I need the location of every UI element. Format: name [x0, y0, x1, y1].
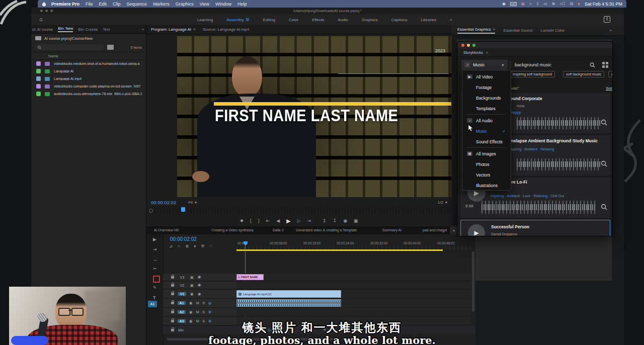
menubar-app-name[interactable]: Premiere Pro — [51, 2, 79, 7]
menu-markers[interactable]: Markers — [153, 2, 170, 7]
menu-item-all-audio[interactable]: ♪All Audio — [467, 115, 511, 126]
track-eye-icon[interactable]: ◉ — [198, 275, 201, 279]
storyblocks-search-input[interactable]: background music — [512, 60, 598, 70]
display-icon[interactable]: ⊡ — [570, 2, 573, 6]
panel-menu-icon[interactable]: ≡ — [493, 27, 496, 32]
sequence-tab[interactable]: pad and chagpt — [423, 228, 447, 232]
audio-clip-channel-2[interactable] — [236, 303, 341, 307]
tab-essential-graphics[interactable]: Essential Graphics≡ — [457, 27, 495, 34]
column-name[interactable]: Name — [48, 54, 58, 58]
razor-tool-icon[interactable]: ✂ — [153, 267, 157, 271]
menu-sequence[interactable]: Sequence — [127, 2, 147, 7]
wifi-icon[interactable]: ≋ — [552, 2, 555, 6]
menu-file[interactable]: File — [86, 2, 93, 7]
headphones-icon[interactable]: ∩ — [529, 2, 532, 6]
vertical-scrollbar[interactable] — [472, 251, 474, 312]
snap-icon[interactable]: ∩ — [178, 244, 181, 248]
menu-item-sound-effects[interactable]: Sound Effects — [467, 136, 511, 147]
comparison-view-icon[interactable]: ▣ — [354, 219, 358, 223]
sequence-tab[interactable]: AI Overview HD — [154, 228, 179, 232]
label-color-swatch[interactable] — [36, 69, 41, 73]
tab-essential-sound[interactable]: Essential Sound — [503, 28, 532, 33]
sync-lock-icon[interactable]: ▣ — [189, 310, 193, 314]
sync-lock-icon[interactable]: ▣ — [190, 292, 194, 296]
mute-button[interactable]: M — [196, 301, 199, 305]
play-icon[interactable]: ▶ — [468, 224, 485, 236]
mic-icon[interactable]: ψ — [208, 301, 211, 305]
menu-item-illustrations[interactable]: Illustrations — [467, 180, 511, 191]
lock-icon[interactable] — [171, 284, 174, 287]
find-similar-icon[interactable] — [601, 119, 607, 126]
work-area-bar[interactable] — [236, 249, 443, 251]
program-scrubber[interactable] — [147, 207, 451, 213]
lock-icon[interactable] — [171, 302, 174, 304]
track-lane-v1[interactable]: Language AI.mp4 [V] — [236, 290, 471, 299]
mark-in-icon[interactable]: { — [250, 219, 252, 223]
pen-tool-icon[interactable]: ✎ — [153, 286, 157, 290]
panel-menu-icon[interactable]: ≡ — [193, 27, 196, 32]
search-icon[interactable] — [590, 62, 595, 68]
item-label[interactable]: audioblocks-cozy-atmosphere-78-mix_B6rLv… — [54, 92, 142, 96]
tab-project[interactable]: ct: AI course — [32, 27, 53, 32]
workspace-captions[interactable]: Captions — [391, 18, 408, 22]
track-label-v2[interactable]: V2 — [178, 284, 186, 287]
menu-edit[interactable]: Edit — [99, 2, 107, 7]
panel-menu-icon[interactable]: ≡ — [486, 51, 488, 54]
lock-icon[interactable] — [171, 311, 174, 313]
workspace-effects[interactable]: Effects — [312, 18, 324, 22]
insert-mode-icon[interactable]: ⊿ — [169, 244, 173, 248]
sequence-tab[interactable]: Summary AI — [382, 228, 401, 232]
step-forward-icon[interactable]: ▷ — [297, 219, 301, 223]
add-marker-icon[interactable]: ◆ — [240, 219, 243, 223]
close-tab-icon[interactable]: × — [453, 229, 455, 232]
tab-storyblocks[interactable]: Storyblocks — [463, 50, 483, 55]
export-icon[interactable]: ↥ — [604, 16, 610, 23]
audio-clip-channel-1[interactable] — [236, 299, 341, 303]
result-tags[interactable]: Inspiring · Ambient · Love · Relaxing · … — [491, 194, 564, 198]
play-icon[interactable]: ▶ — [286, 218, 290, 224]
tab-program-monitor[interactable]: Program: Language AI≡ — [151, 27, 196, 32]
track-label-a1[interactable]: A1 — [178, 301, 186, 305]
go-to-in-icon[interactable]: ⇤ — [266, 219, 270, 223]
program-timecode[interactable]: 00:00:02:02 — [151, 200, 176, 205]
tab-bin-course[interactable]: Bin: Course — [78, 27, 98, 32]
track-lane-v3[interactable]: fx FIRST NAME — [236, 274, 471, 281]
status-dot-icon[interactable]: ● — [578, 2, 580, 6]
result-tags[interactable]: Happy — [511, 111, 521, 114]
menu-help[interactable]: Help — [237, 2, 247, 7]
label-color-swatch[interactable] — [36, 61, 41, 66]
playback-resolution-select[interactable]: 1/2▾ — [438, 200, 447, 205]
bluetooth-icon[interactable]: ᛒ — [536, 2, 539, 6]
program-video-frame[interactable]: 2023 FIRST NAME LAST NAME — [177, 36, 451, 197]
project-row[interactable]: videoblocks-medium-shot-of-a-humanoid-ro… — [31, 60, 146, 67]
zoom-level-select[interactable]: Fit▾ — [188, 200, 197, 205]
workspace-audio[interactable]: Audio — [338, 18, 348, 22]
waveform[interactable] — [517, 158, 601, 170]
project-row[interactable]: Language AI — [31, 67, 146, 75]
workspace-learning[interactable]: Learning — [197, 18, 213, 22]
track-lane-a1[interactable] — [236, 299, 471, 308]
timeline-settings-icon[interactable]: ⚒ — [201, 244, 204, 248]
find-similar-icon[interactable] — [601, 204, 607, 210]
color-wheel-icon[interactable]: ◍ — [521, 2, 525, 6]
workspace-assembly[interactable]: Assembly▥ — [226, 18, 249, 22]
track-label-v3[interactable]: V3 — [178, 276, 186, 279]
lift-icon[interactable]: ↥ — [323, 219, 327, 223]
waveform[interactable] — [517, 117, 601, 129]
mute-button[interactable]: M — [196, 310, 199, 314]
zoom-window-icon[interactable] — [472, 44, 475, 47]
step-back-icon[interactable]: ◀ — [276, 219, 280, 223]
tab-bin-new[interactable]: Bin: New — [58, 26, 73, 32]
program-playhead[interactable] — [181, 207, 185, 212]
sort-button[interactable]: Sort — [606, 86, 613, 91]
project-row[interactable]: audioblocks-cozy-atmosphere-78-mix_B6rLv… — [31, 90, 146, 98]
result-title[interactable]: Timelapse Ambient Background Study Music — [506, 138, 598, 143]
find-similar-icon[interactable] — [601, 160, 607, 167]
track-lane-a2[interactable] — [236, 308, 471, 316]
right-tabs-overflow-chevron[interactable]: » — [610, 28, 612, 33]
menu-item-photos[interactable]: Photos — [467, 159, 511, 169]
sequence-tab[interactable]: Creating a Video synthesia — [211, 228, 254, 232]
workspace-color[interactable]: Color — [289, 18, 298, 22]
minimize-window-icon[interactable] — [467, 44, 470, 47]
mark-out-icon[interactable]: } — [258, 219, 260, 223]
